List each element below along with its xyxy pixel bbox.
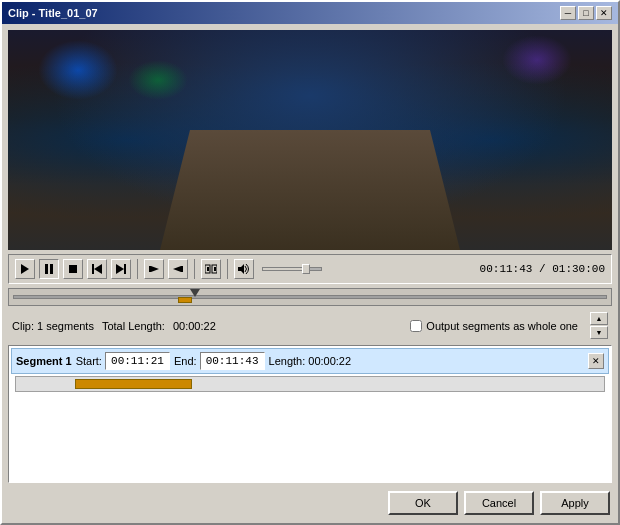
segment-label: Segment 1 (16, 355, 72, 367)
segment-marker (178, 297, 192, 303)
start-field-group: Start: (76, 352, 170, 370)
skip-back-button[interactable] (87, 259, 107, 279)
svg-marker-11 (173, 266, 181, 272)
svg-marker-5 (94, 264, 102, 274)
bottom-buttons: OK Cancel Apply (8, 487, 612, 517)
total-length-value: 00:00:22 (173, 320, 216, 332)
segment-block (75, 379, 193, 389)
svg-marker-16 (238, 264, 244, 274)
mark-in-button[interactable] (144, 259, 164, 279)
volume-button[interactable] (234, 259, 254, 279)
segment-mini-timeline[interactable] (15, 376, 605, 392)
timeline-scrubber[interactable] (8, 288, 612, 306)
title-bar-buttons: ─ □ ✕ (560, 6, 612, 20)
start-time-input[interactable] (105, 352, 170, 370)
length-field-group: Length: 00:00:22 (269, 355, 352, 367)
svg-rect-15 (214, 267, 216, 271)
total-length-label: Total Length: (102, 320, 165, 332)
svg-rect-1 (45, 264, 48, 274)
window-body: 00:11:43 / 01:30:00 Clip: 1 segments Tot… (2, 24, 618, 523)
start-label: Start: (76, 355, 102, 367)
time-display: 00:11:43 / 01:30:00 (480, 263, 605, 275)
segment-row: Segment 1 Start: End: Length: 00:00:22 ✕ (11, 348, 609, 374)
separator-2 (194, 259, 195, 279)
window-title: Clip - Title_01_07 (8, 7, 98, 19)
cancel-button[interactable]: Cancel (464, 491, 534, 515)
svg-marker-0 (21, 264, 29, 274)
move-down-button[interactable]: ▼ (590, 326, 608, 339)
volume-thumb[interactable] (302, 264, 310, 274)
length-label: Length: (269, 355, 306, 367)
play-button[interactable] (15, 259, 35, 279)
minimize-button[interactable]: ─ (560, 6, 576, 20)
pause-button[interactable] (39, 259, 59, 279)
delete-segment-button[interactable]: ✕ (588, 353, 604, 369)
close-button[interactable]: ✕ (596, 6, 612, 20)
light-decoration-1 (38, 40, 118, 100)
stage-lights (8, 30, 612, 250)
svg-marker-7 (116, 264, 124, 274)
restore-button[interactable]: □ (578, 6, 594, 20)
move-up-button[interactable]: ▲ (590, 312, 608, 325)
apply-button[interactable]: Apply (540, 491, 610, 515)
video-preview (8, 30, 612, 250)
svg-marker-9 (151, 266, 159, 272)
video-frame (8, 30, 612, 250)
title-bar: Clip - Title_01_07 ─ □ ✕ (2, 2, 618, 24)
svg-rect-2 (50, 264, 53, 274)
segment-info-row: Clip: 1 segments Total Length: 00:00:22 … (8, 310, 612, 341)
light-decoration-3 (128, 60, 188, 100)
main-window: Clip - Title_01_07 ─ □ ✕ (0, 0, 620, 525)
output-segments-label: Output segments as whole one (426, 320, 578, 332)
volume-control[interactable] (262, 267, 322, 271)
end-field-group: End: (174, 352, 265, 370)
end-time-input[interactable] (200, 352, 265, 370)
segments-button[interactable] (201, 259, 221, 279)
end-label: End: (174, 355, 197, 367)
separator-1 (137, 259, 138, 279)
playhead-marker (190, 289, 200, 297)
segments-list: Segment 1 Start: End: Length: 00:00:22 ✕ (8, 345, 612, 483)
stop-button[interactable] (63, 259, 83, 279)
clip-segments-label: Clip: 1 segments (12, 320, 94, 332)
up-down-buttons: ▲ ▼ (590, 312, 608, 339)
ok-button[interactable]: OK (388, 491, 458, 515)
stage-floor (160, 130, 460, 250)
svg-rect-8 (149, 266, 151, 272)
output-segments-checkbox-area: Output segments as whole one (410, 320, 578, 332)
volume-slider[interactable] (262, 267, 322, 271)
skip-forward-button[interactable] (111, 259, 131, 279)
svg-rect-10 (181, 266, 183, 272)
timeline-track (13, 295, 607, 299)
svg-rect-6 (124, 264, 126, 274)
separator-3 (227, 259, 228, 279)
volume-fill (263, 268, 304, 270)
controls-bar: 00:11:43 / 01:30:00 (8, 254, 612, 284)
length-value: 00:00:22 (308, 355, 351, 367)
svg-rect-3 (69, 265, 77, 273)
light-decoration-2 (502, 35, 572, 85)
svg-rect-14 (207, 267, 209, 271)
playhead-triangle (190, 289, 200, 297)
svg-rect-4 (92, 264, 94, 274)
output-segments-checkbox[interactable] (410, 320, 422, 332)
mark-out-button[interactable] (168, 259, 188, 279)
